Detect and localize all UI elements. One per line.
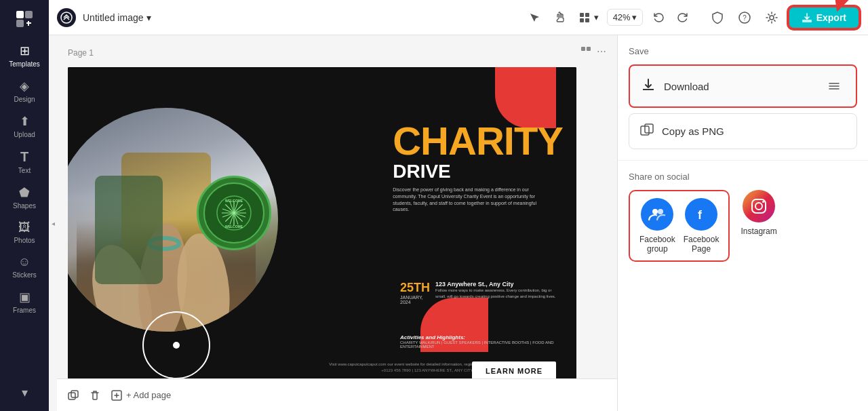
design-icon: ◈ [20,79,29,94]
svg-point-12 [770,16,774,20]
svg-text:?: ? [743,14,747,22]
svg-rect-32 [68,393,75,399]
shield-icon-btn[interactable] [707,7,728,28]
svg-rect-2 [16,20,24,27]
chevron-down-icon: ▾ [22,385,28,400]
facebook-group-icon [641,198,673,231]
sidebar: ⊞ Templates ◈ Design ⬆ Upload T Text ⬟ S… [0,0,49,411]
zoom-chevron: ▾ [632,12,637,22]
sidebar-item-templates[interactable]: ⊞ Templates [0,38,49,73]
sidebar-item-photos[interactable]: 🖼 Photos [0,215,49,250]
svg-point-37 [652,209,658,214]
bottom-toolbar: + Add page [57,378,617,411]
sidebar-item-frames[interactable]: ▣ Frames [0,284,49,319]
instagram-icon [743,190,775,222]
canvas-options-icon[interactable] [580,46,591,59]
right-panel: Save Download [617,35,868,411]
download-icon [641,77,656,96]
export-button[interactable]: Export [788,6,860,29]
layout-btn[interactable]: ▾ [575,7,603,28]
svg-rect-14 [581,47,585,51]
charity-text: CHARITY DRIVE Discover the power of givi… [393,121,563,213]
welcome-badge: WELCOME WELCOME [197,176,271,250]
duplicate-page-btn[interactable] [68,390,79,401]
svg-rect-0 [16,11,24,18]
svg-text:WELCOME: WELCOME [225,224,243,229]
hand-tool-btn[interactable] [549,7,571,28]
copy-png-icon [640,123,654,139]
sidebar-item-shapes[interactable]: ⬟ Shapes [0,180,49,215]
download-btn[interactable]: Download [629,64,857,108]
document-title[interactable]: Untitled image ▾ [83,12,151,23]
facebook-group-btn[interactable]: Facebookgroup [639,198,675,254]
select-tool-btn[interactable] [524,7,545,28]
sidebar-item-stickers[interactable]: ☺ Stickers [0,250,49,284]
title-dropdown-icon: ▾ [146,12,151,23]
delete-page-btn[interactable] [90,390,100,401]
svg-point-38 [658,209,663,214]
topbar: Untitled image ▾ ▾ 42% ▾ [49,0,868,35]
copy-png-btn[interactable]: Copy as PNG [629,113,857,149]
svg-rect-20 [95,176,163,284]
download-settings-icon[interactable] [823,75,845,97]
social-section: Share on social [618,161,868,273]
side-handle[interactable]: ◂ [49,35,57,411]
activities: Activities and Highlights: CHARITY WALK/… [400,334,563,349]
svg-rect-15 [587,47,591,51]
templates-icon: ⊞ [20,43,30,58]
zoom-control[interactable]: 42% ▾ [607,9,643,26]
svg-rect-7 [585,13,589,17]
svg-point-41 [755,203,762,210]
facebook-page-icon: f [685,198,717,231]
photos-icon: 🖼 [18,220,31,235]
instagram-label: Instagram [741,227,776,236]
svg-point-42 [762,201,764,203]
app-logo[interactable] [11,5,38,33]
svg-rect-6 [580,13,584,17]
shapes-icon: ⬟ [19,185,30,200]
zoom-value: 42% [613,12,631,22]
svg-text:WELCOME: WELCOME [225,199,243,203]
add-page-btn[interactable]: + Add page [111,390,171,401]
topbar-logo [57,8,76,27]
canvas-more-icon[interactable]: ⋯ [597,46,606,59]
svg-rect-8 [580,18,584,22]
upload-icon: ⬆ [20,114,30,129]
redo-btn[interactable] [673,7,694,28]
canvas-frame[interactable]: WELCOME WELCOME [68,67,576,378]
instagram-btn[interactable]: Instagram [741,190,776,236]
facebook-page-label: FacebookPage [684,235,719,254]
sidebar-item-text[interactable]: T Text [0,144,49,180]
toolbar-tools: ▾ 42% ▾ [524,7,694,28]
text-icon: T [20,149,28,165]
topbar-right: ? Export [707,6,860,29]
sidebar-collapse[interactable]: ▾ [0,380,49,406]
facebook-page-btn[interactable]: f FacebookPage [684,198,719,254]
canvas-area: Page 1 ⋯ [57,35,617,378]
svg-text:f: f [698,208,703,222]
main-area: Untitled image ▾ ▾ 42% ▾ [49,0,868,411]
page-label: Page 1 [68,48,94,58]
settings-icon-btn[interactable] [761,7,783,28]
stickers-icon: ☺ [18,255,31,269]
share-label: Share on social [629,172,857,182]
save-section: Save Download [618,35,868,161]
svg-rect-33 [71,391,78,397]
save-label: Save [629,46,857,56]
layout-chevron: ▾ [594,12,599,22]
sidebar-item-upload[interactable]: ⬆ Upload [0,109,49,144]
frames-icon: ▣ [19,290,31,305]
svg-rect-9 [585,18,589,22]
sidebar-item-design[interactable]: ◈ Design [0,73,49,109]
learn-more-btn[interactable]: LEARN MORE [472,361,556,378]
event-info: 25TH JANUARY, 2024 123 Anywhere St., Any… [400,281,563,305]
social-items: Facebookgroup f FacebookPage [629,190,857,262]
svg-rect-1 [25,11,33,18]
facebook-group-label: Facebookgroup [639,235,675,254]
help-icon-btn[interactable]: ? [734,7,755,28]
undo-btn[interactable] [647,7,669,28]
small-circle [142,311,210,378]
fb-social-group: Facebookgroup f FacebookPage [629,190,730,262]
